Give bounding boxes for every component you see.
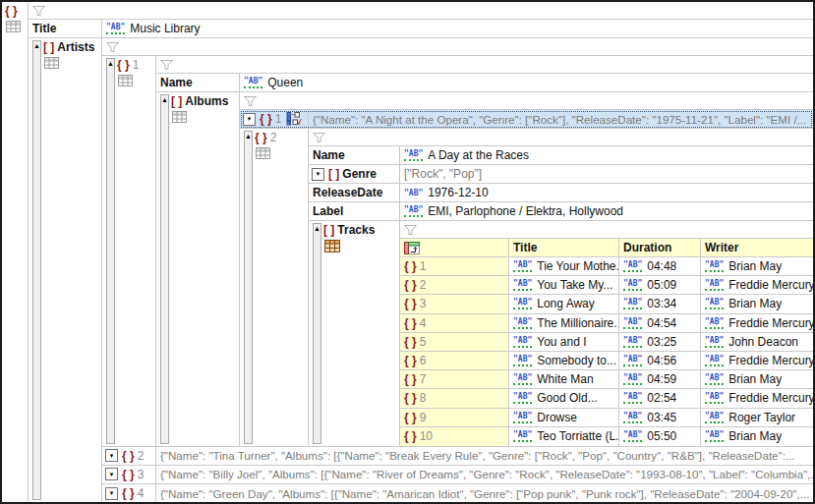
track-row[interactable]: { }3 "AB"Long Away "AB"03:34 "AB"Brian M… bbox=[400, 295, 813, 313]
title-key-cell[interactable]: Title bbox=[29, 20, 102, 37]
string-type-icon[interactable]: "AB" bbox=[404, 205, 423, 217]
table-view-icon[interactable] bbox=[6, 21, 21, 32]
track-writer-cell[interactable]: "AB"Freddie Mercury bbox=[701, 276, 813, 294]
filter-icon[interactable] bbox=[29, 6, 45, 16]
releasedate-value-cell[interactable]: "AB" 1976-12-10 bbox=[400, 184, 813, 201]
tracks-header-duration[interactable]: Duration bbox=[619, 239, 701, 256]
expand-button[interactable]: ▼ bbox=[312, 168, 324, 181]
track-row[interactable]: { }10 "AB"Teo Torriatte (L... "AB"05:50 … bbox=[400, 427, 813, 446]
table-view-icon[interactable] bbox=[256, 147, 270, 159]
track-row[interactable]: { }5 "AB"You and I "AB"03:25 "AB"John De… bbox=[400, 333, 813, 352]
track-row[interactable]: { }6 "AB"Somebody to... "AB"04:56 "AB"Fr… bbox=[400, 352, 813, 370]
string-type-icon[interactable]: "AB" bbox=[623, 355, 642, 366]
track-title-cell[interactable]: "AB"White Man bbox=[509, 370, 619, 388]
track-index-cell[interactable]: { }6 bbox=[400, 352, 509, 369]
string-type-icon[interactable]: "AB" bbox=[705, 298, 724, 309]
track-title-cell[interactable]: "AB"You Take My... bbox=[509, 276, 619, 294]
track-duration-cell[interactable]: "AB"03:25 bbox=[619, 333, 701, 351]
label-key-cell[interactable]: Label bbox=[309, 202, 400, 220]
album1-index-cell[interactable]: ▼ { } 1 bbox=[240, 110, 309, 128]
name-value-cell[interactable]: "AB" A Day at the Races bbox=[400, 146, 813, 164]
track-duration-cell[interactable]: "AB"04:59 bbox=[619, 370, 701, 388]
string-type-icon[interactable]: "AB" bbox=[705, 355, 724, 366]
string-type-icon[interactable]: "AB" bbox=[705, 392, 724, 404]
string-type-icon[interactable]: "AB" bbox=[705, 260, 724, 272]
artist2-preview-cell[interactable]: {"Name": "Tina Turner", "Albums": [{"Nam… bbox=[156, 447, 813, 465]
track-duration-cell[interactable]: "AB"04:54 bbox=[619, 314, 701, 332]
track-index-cell[interactable]: { }1 bbox=[400, 257, 509, 275]
collapse-bar[interactable]: ▲ bbox=[32, 40, 41, 500]
table-view-icon[interactable] bbox=[44, 57, 59, 69]
track-title-cell[interactable]: "AB"Long Away bbox=[509, 295, 619, 312]
expand-button[interactable]: ▼ bbox=[105, 468, 118, 480]
name-key-cell[interactable]: Name bbox=[156, 74, 240, 91]
collapse-bar[interactable]: ▲ bbox=[160, 94, 169, 444]
string-type-icon[interactable]: "AB" bbox=[513, 412, 532, 423]
string-type-icon[interactable]: "AB" bbox=[513, 317, 532, 329]
string-type-icon[interactable]: "AB" bbox=[623, 373, 642, 385]
track-writer-cell[interactable]: "AB"Brian May bbox=[701, 295, 813, 312]
string-type-icon[interactable]: "AB" bbox=[623, 260, 642, 272]
genre-key-cell[interactable]: ▼ [ ] Genre bbox=[309, 165, 400, 183]
track-writer-cell[interactable]: "AB"Freddie Mercury bbox=[701, 389, 813, 407]
root-object-cell[interactable]: { } bbox=[2, 2, 29, 502]
track-index-cell[interactable]: { }3 bbox=[400, 295, 509, 312]
track-title-cell[interactable]: "AB"You and I bbox=[509, 333, 619, 351]
filter-icon[interactable] bbox=[309, 133, 325, 142]
filter-icon[interactable] bbox=[102, 42, 119, 52]
releasedate-key-cell[interactable]: ReleaseDate bbox=[309, 184, 400, 201]
string-type-icon[interactable]: "AB" bbox=[705, 430, 724, 442]
string-type-icon[interactable]: "AB" bbox=[623, 298, 642, 309]
table-display-active-icon[interactable] bbox=[324, 240, 340, 252]
string-type-icon[interactable]: "AB" bbox=[705, 317, 724, 329]
album2-index-cell[interactable]: ▲ { }2 bbox=[240, 129, 309, 446]
track-writer-cell[interactable]: "AB"Brian May bbox=[701, 370, 813, 388]
track-row[interactable]: { }1 "AB"Tie Your Mothe... "AB"04:48 "AB… bbox=[400, 257, 813, 276]
albums-key-cell[interactable]: ▲ [ ]Albums bbox=[156, 92, 240, 446]
artists-key-cell[interactable]: ▲ [ ]Artists bbox=[29, 38, 102, 502]
expand-button[interactable]: ▼ bbox=[243, 113, 256, 126]
table-view-icon[interactable] bbox=[118, 75, 133, 86]
track-duration-cell[interactable]: "AB"04:48 bbox=[619, 257, 701, 275]
string-type-icon[interactable]: "AB" bbox=[623, 336, 642, 348]
tracks-header-title[interactable]: Title bbox=[509, 239, 619, 256]
artist2-index-cell[interactable]: ▼ { } 2 bbox=[102, 447, 156, 465]
artist3-preview-cell[interactable]: {"Name": "Billy Joel", "Albums": [{"Name… bbox=[156, 466, 813, 483]
track-writer-cell[interactable]: "AB"Freddie Mercury bbox=[701, 352, 813, 369]
tracks-key-cell[interactable]: ▲ [ ]Tracks bbox=[309, 221, 400, 446]
tracks-corner-cell[interactable] bbox=[400, 239, 509, 256]
track-writer-cell[interactable]: "AB"Freddie Mercury bbox=[701, 314, 813, 332]
tracks-header-writer[interactable]: Writer bbox=[701, 239, 813, 256]
string-type-icon[interactable]: "AB" bbox=[623, 392, 642, 404]
track-index-cell[interactable]: { }7 bbox=[400, 370, 509, 388]
string-type-icon[interactable]: "AB" bbox=[705, 279, 724, 291]
string-type-icon[interactable]: "AB" bbox=[705, 336, 724, 348]
collapse-bar[interactable]: ▲ bbox=[244, 131, 253, 444]
expand-button[interactable]: ▼ bbox=[105, 487, 118, 500]
artist3-index-cell[interactable]: ▼ { } 3 bbox=[102, 466, 156, 483]
name-value-cell[interactable]: "AB" Queen bbox=[240, 74, 813, 91]
track-writer-cell[interactable]: "AB"John Deacon bbox=[701, 333, 813, 351]
artist1-index-cell[interactable]: ▲ { }1 bbox=[102, 56, 156, 446]
track-duration-cell[interactable]: "AB"03:34 bbox=[619, 295, 701, 312]
transpose-table-icon[interactable] bbox=[404, 242, 420, 254]
string-type-icon[interactable]: "AB" bbox=[623, 279, 642, 291]
track-duration-cell[interactable]: "AB"05:50 bbox=[619, 427, 701, 446]
track-index-cell[interactable]: { }2 bbox=[400, 276, 509, 294]
album1-preview-cell[interactable]: {"Name": "A Night at the Opera", "Genre"… bbox=[309, 110, 813, 128]
artist-row-3[interactable]: ▼ { } 3 {"Name": "Billy Joel", "Albums":… bbox=[102, 466, 813, 484]
track-row[interactable]: { }7 "AB"White Man "AB"04:59 "AB"Brian M… bbox=[400, 370, 813, 389]
string-type-icon[interactable]: "AB" bbox=[623, 317, 642, 329]
string-type-icon[interactable]: "AB" bbox=[404, 149, 423, 161]
collapse-bar[interactable]: ▲ bbox=[313, 223, 321, 444]
track-row[interactable]: { }4 "AB"The Millionaire... "AB"04:54 "A… bbox=[400, 314, 813, 333]
string-type-icon[interactable]: "AB" bbox=[513, 260, 532, 272]
track-title-cell[interactable]: "AB"Teo Torriatte (L... bbox=[509, 427, 619, 446]
collapse-bar[interactable]: ▲ bbox=[106, 58, 115, 444]
name-key-cell[interactable]: Name bbox=[309, 146, 400, 164]
string-type-icon[interactable]: "AB" bbox=[513, 336, 532, 348]
string-type-icon[interactable]: "AB" bbox=[513, 279, 532, 291]
track-row[interactable]: { }8 "AB"Good Old... "AB"02:54 "AB"Fredd… bbox=[400, 389, 813, 408]
string-type-icon[interactable]: "AB" bbox=[623, 430, 642, 442]
filter-icon[interactable] bbox=[156, 60, 173, 70]
